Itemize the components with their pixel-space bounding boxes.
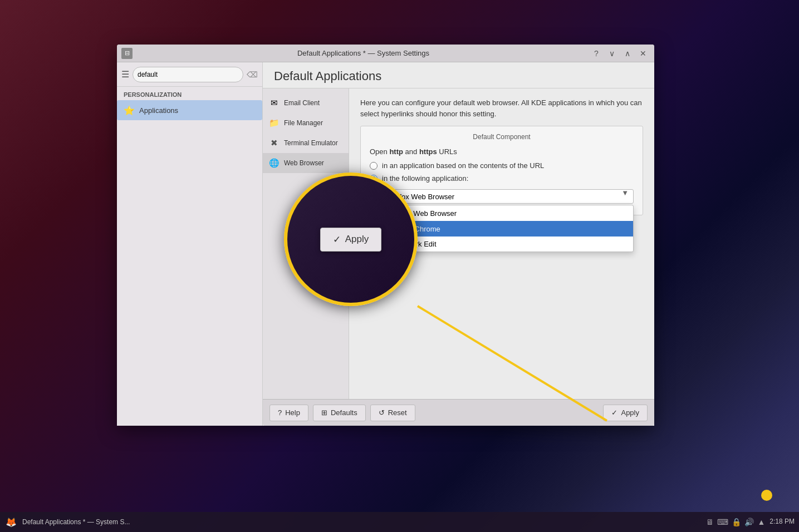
- dropdown-option-bookmark[interactable]: 🔖 Bookmark Edit: [370, 237, 633, 252]
- panel-description: Here you can configure your default web …: [360, 97, 643, 119]
- help-icon: ?: [278, 408, 282, 417]
- dropdown-option-firefox-label: Firefox Web Browser: [389, 209, 457, 218]
- taskbar-tray: 🖥 ⌨ 🔒 🔊 ▲: [706, 518, 765, 526]
- applications-icon: ⭐: [124, 105, 135, 116]
- dropdown-option-firefox[interactable]: Firefox Web Browser: [370, 205, 633, 221]
- dropdown-list: Firefox Web Browser Google Chrome: [370, 205, 634, 252]
- component-title: Default Component: [370, 133, 634, 141]
- selected-browser-label: Firefox Web Browser: [387, 193, 618, 201]
- radio-url-label: in an application based on the contents …: [382, 161, 544, 170]
- reset-button[interactable]: ↺ Reset: [370, 405, 415, 421]
- volume-tray-icon: 🔊: [744, 518, 754, 526]
- open-label: Open http and https URLs: [370, 147, 634, 156]
- filemanager-icon: 📁: [268, 117, 280, 129]
- radio-row-2: in the following application:: [370, 174, 634, 183]
- hamburger-icon[interactable]: ☰: [121, 69, 129, 80]
- page-title: Default Applications: [274, 69, 643, 83]
- window-icon: ⊟: [121, 48, 133, 59]
- desktop: ⊟ Default Applications * — System Settin…: [0, 0, 799, 532]
- email-icon: ✉: [268, 97, 280, 109]
- window-title: Default Applications * — System Settings: [137, 49, 590, 57]
- maximize-button[interactable]: ∧: [621, 47, 634, 60]
- clock-time: 2:18 PM: [769, 518, 795, 526]
- sidebar-section-label: Personalization: [117, 87, 262, 100]
- webbrowser-icon: 🌐: [268, 157, 280, 169]
- help-button[interactable]: ? Help: [269, 405, 308, 421]
- chrome-option-icon: [376, 224, 385, 233]
- search-input[interactable]: [133, 67, 243, 82]
- window-controls: ? ∨ ∧ ✕: [590, 47, 650, 60]
- apply-button[interactable]: ✓ Apply: [603, 405, 648, 421]
- sub-nav-terminal[interactable]: ✖ Terminal Emulator: [263, 133, 349, 153]
- sub-nav: ✉ Email Client 📁 File Manager ✖ Terminal…: [263, 88, 349, 399]
- sub-nav-filemanager[interactable]: 📁 File Manager: [263, 113, 349, 133]
- sidebar-item-applications[interactable]: ⭐ Applications: [117, 100, 262, 120]
- taskbar: 🦊 Default Applications * — System S... 🖥…: [0, 512, 799, 532]
- radio-following-label: in the following application:: [382, 174, 468, 183]
- taskbar-app-icon: 🦊: [4, 515, 18, 529]
- dropdown-option-chrome[interactable]: Google Chrome: [370, 221, 633, 237]
- defaults-label: Defaults: [331, 408, 357, 417]
- main-header: Default Applications: [263, 62, 654, 88]
- sub-nav-webbrowser-label: Web Browser: [284, 159, 324, 167]
- taskbar-left: 🦊 Default Applications * — System S...: [4, 515, 130, 529]
- apply-check-icon: ✓: [611, 408, 617, 417]
- terminal-icon: ✖: [268, 137, 280, 149]
- radio-following-app[interactable]: [370, 175, 378, 183]
- search-clear-button[interactable]: ⌫: [247, 69, 258, 80]
- sidebar: ☰ ⌫ Personalization ⭐ Applications: [117, 62, 263, 426]
- panel: Here you can configure your default web …: [349, 88, 654, 399]
- taskbar-clock: 2:18 PM: [769, 518, 795, 526]
- http-label: http: [389, 147, 403, 156]
- content-area: ✉ Email Client 📁 File Manager ✖ Terminal…: [263, 88, 654, 399]
- close-button[interactable]: ✕: [636, 47, 650, 60]
- browser-dropdown-wrapper: Firefox Web Browser ▼ Firefox Web Browse…: [370, 189, 634, 204]
- https-label: https: [419, 147, 437, 156]
- firefox-icon: [375, 192, 384, 201]
- help-label: Help: [285, 408, 300, 417]
- lock-tray-icon: 🔒: [732, 518, 741, 526]
- window-body: ☰ ⌫ Personalization ⭐ Applications Defau…: [117, 62, 654, 426]
- titlebar: ⊟ Default Applications * — System Settin…: [117, 45, 654, 62]
- radio-url-contents[interactable]: [370, 162, 378, 170]
- main-content: Default Applications ✉ Email Client 📁 Fi…: [263, 62, 654, 426]
- defaults-icon: ⊞: [321, 408, 327, 417]
- bottom-bar: ? Help ⊞ Defaults ↺ Reset ✓ Apply: [263, 399, 654, 426]
- radio-group: in an application based on the contents …: [370, 161, 634, 183]
- sidebar-item-label: Applications: [139, 106, 178, 115]
- minimize-button[interactable]: ∨: [605, 47, 619, 60]
- reset-label: Reset: [388, 408, 407, 417]
- dropdown-option-bookmark-label: Bookmark Edit: [389, 240, 437, 248]
- settings-window: ⊟ Default Applications * — System Settin…: [117, 45, 654, 426]
- browser-dropdown[interactable]: Firefox Web Browser ▼: [370, 189, 634, 204]
- sub-nav-terminal-label: Terminal Emulator: [284, 139, 338, 147]
- defaults-button[interactable]: ⊞ Defaults: [313, 405, 366, 421]
- arrow-tray-icon: ▲: [757, 518, 765, 526]
- dropdown-arrow-icon: ▼: [621, 188, 629, 196]
- keyboard-tray-icon: ⌨: [717, 518, 728, 526]
- sub-nav-email[interactable]: ✉ Email Client: [263, 93, 349, 113]
- sub-nav-webbrowser[interactable]: 🌐 Web Browser: [263, 153, 349, 173]
- firefox-option-icon: [376, 209, 385, 218]
- radio-row-1: in an application based on the contents …: [370, 161, 634, 170]
- dropdown-option-chrome-label: Google Chrome: [389, 225, 440, 233]
- sub-nav-email-label: Email Client: [284, 99, 320, 107]
- reset-icon: ↺: [379, 408, 385, 417]
- network-tray-icon: 🖥: [706, 518, 714, 526]
- taskbar-right: 🖥 ⌨ 🔒 🔊 ▲ 2:18 PM: [706, 518, 795, 526]
- apply-label: Apply: [621, 408, 639, 417]
- help-button[interactable]: ?: [590, 47, 603, 60]
- component-box: Default Component Open http and https UR…: [360, 126, 643, 215]
- sub-nav-filemanager-label: File Manager: [284, 119, 323, 127]
- sidebar-header: ☰ ⌫: [117, 62, 262, 87]
- yellow-dot: [761, 490, 772, 501]
- bookmark-option-icon: 🔖: [376, 240, 385, 248]
- taskbar-app-title: Default Applications * — System S...: [22, 518, 130, 526]
